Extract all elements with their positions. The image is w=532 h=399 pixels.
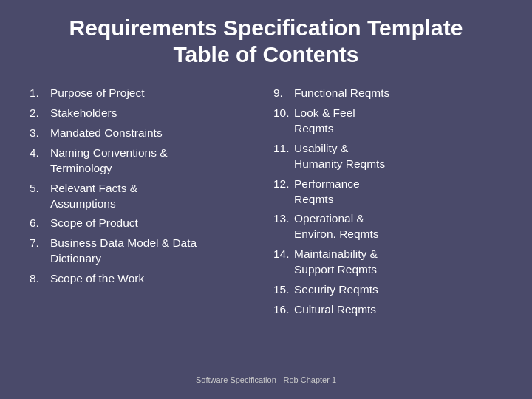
- item-label: Mandated Constraints: [50, 126, 259, 141]
- item-label: Security Reqmts: [294, 282, 502, 298]
- right-item-2: 10.Look & FeelReqmts: [273, 106, 502, 137]
- left-item-5: 5.Relevant Facts &Assumptions: [30, 181, 259, 212]
- item-label: Naming Conventions &Terminology: [50, 146, 259, 177]
- item-number: 3.: [30, 126, 50, 141]
- left-item-4: 4.Naming Conventions &Terminology: [30, 146, 259, 177]
- title-block: Requirements Specification Template Tabl…: [30, 15, 502, 68]
- item-label: Purpose of Project: [50, 86, 259, 101]
- item-number: 12.: [273, 177, 294, 192]
- item-label: Relevant Facts &Assumptions: [50, 181, 259, 212]
- item-label: Cultural Reqmts: [294, 302, 502, 318]
- item-label: Operational &Environ. Reqmts: [294, 211, 502, 242]
- right-item-1: 9.Functional Reqmts: [273, 86, 502, 101]
- footer: Software Specification - Rob Chapter 1: [30, 372, 502, 384]
- item-number: 16.: [273, 302, 294, 318]
- item-number: 8.: [30, 271, 50, 287]
- item-number: 9.: [273, 86, 294, 101]
- title-line2: Table of Contents: [30, 41, 502, 68]
- item-number: 11.: [273, 141, 294, 157]
- left-column: 1.Purpose of Project2.Stakeholders3.Mand…: [30, 86, 259, 368]
- left-item-3: 3.Mandated Constraints: [30, 126, 259, 141]
- item-label: Scope of the Work: [50, 271, 259, 287]
- item-number: 1.: [30, 86, 50, 101]
- right-item-3: 11.Usability &Humanity Reqmts: [273, 141, 502, 172]
- right-column: 9.Functional Reqmts10.Look & FeelReqmts1…: [273, 86, 502, 368]
- content-area: 1.Purpose of Project2.Stakeholders3.Mand…: [30, 86, 502, 368]
- right-item-7: 15.Security Reqmts: [273, 282, 502, 298]
- item-number: 2.: [30, 106, 50, 121]
- item-label: PerformanceReqmts: [294, 177, 502, 208]
- left-item-7: 7.Business Data Model & DataDictionary: [30, 236, 259, 267]
- right-item-5: 13.Operational &Environ. Reqmts: [273, 211, 502, 242]
- item-label: Stakeholders: [50, 106, 259, 121]
- item-label: Scope of Product: [50, 216, 259, 231]
- item-number: 7.: [30, 236, 50, 251]
- right-item-6: 14.Maintainability &Support Reqmts: [273, 247, 502, 278]
- item-number: 4.: [30, 146, 50, 161]
- right-item-8: 16.Cultural Reqmts: [273, 302, 502, 318]
- left-item-8: 8.Scope of the Work: [30, 271, 259, 287]
- item-label: Business Data Model & DataDictionary: [50, 236, 259, 267]
- left-item-1: 1.Purpose of Project: [30, 86, 259, 101]
- item-label: Maintainability &Support Reqmts: [294, 247, 502, 278]
- item-label: Look & FeelReqmts: [294, 106, 502, 137]
- right-item-4: 12.PerformanceReqmts: [273, 177, 502, 208]
- item-number: 15.: [273, 282, 294, 298]
- item-number: 14.: [273, 247, 294, 262]
- item-number: 6.: [30, 216, 50, 231]
- title-line1: Requirements Specification Template: [30, 15, 502, 41]
- left-item-6: 6.Scope of Product: [30, 216, 259, 231]
- item-number: 13.: [273, 211, 294, 227]
- item-number: 10.: [273, 106, 294, 121]
- item-label: Usability &Humanity Reqmts: [294, 141, 502, 172]
- left-item-2: 2.Stakeholders: [30, 106, 259, 121]
- item-number: 5.: [30, 181, 50, 197]
- item-label: Functional Reqmts: [294, 86, 502, 101]
- slide: Requirements Specification Template Tabl…: [0, 0, 532, 399]
